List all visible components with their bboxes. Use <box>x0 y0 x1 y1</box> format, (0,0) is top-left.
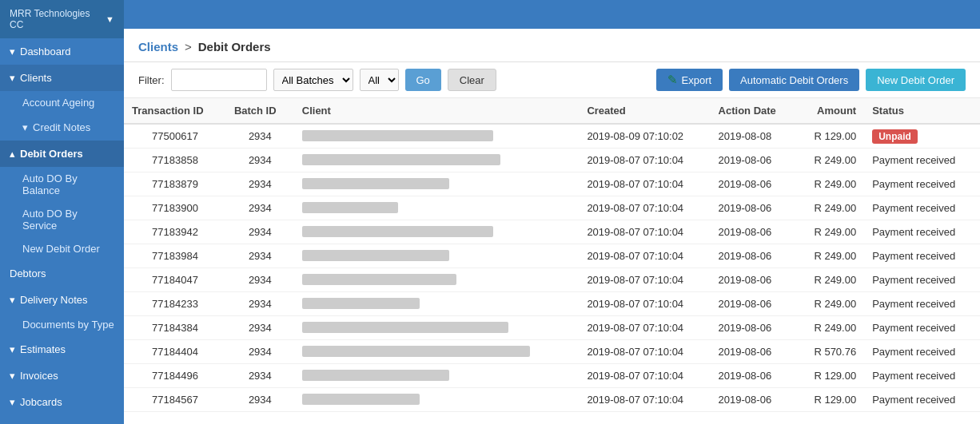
table-row[interactable]: 77184233 2934 ████████████████ 2019-08-0… <box>124 292 980 316</box>
status-badge-unpaid: Unpaid <box>872 129 918 144</box>
sidebar-item-jobcards[interactable]: ▾ Jobcards <box>0 389 124 415</box>
cell-transaction-id: 77184567 <box>124 388 226 412</box>
cell-status: Unpaid <box>864 124 980 149</box>
debit-orders-table: Transaction ID Batch ID Client Created A… <box>124 98 980 412</box>
cell-action-date: 2019-08-08 <box>711 124 797 149</box>
sidebar-item-invoices[interactable]: ▾ Invoices <box>0 363 124 389</box>
cell-transaction-id: 77184496 <box>124 364 226 388</box>
breadcrumb: Clients > Debit Orders <box>124 29 980 62</box>
cell-client: ████████████████ <box>294 388 580 412</box>
main-content: Clients > Debit Orders Filter: All Batch… <box>124 0 980 424</box>
sidebar: MRR Technologies CC ▼ ▾ Dashboard ▾ Clie… <box>0 0 124 424</box>
new-debit-order-label: New Debit Order <box>22 243 100 255</box>
cell-batch-id: 2934 <box>226 124 294 149</box>
cell-status: Payment received <box>864 364 980 388</box>
cell-amount: R 249.00 <box>796 172 864 196</box>
cell-client: ████████████████████ <box>294 244 580 268</box>
col-status: Status <box>864 98 980 124</box>
invoices-label: Invoices <box>20 370 58 382</box>
table-row[interactable]: 77184384 2934 ██████████████████████████… <box>124 316 980 340</box>
table-row[interactable]: 77184404 2934 ██████████████████████████… <box>124 340 980 364</box>
company-header[interactable]: MRR Technologies CC ▼ <box>0 0 124 38</box>
table-row[interactable]: 77183900 2934 ████████ 2019-08-07 07:10:… <box>124 196 980 220</box>
cell-transaction-id: 77184233 <box>124 292 226 316</box>
cell-batch-id: 2934 <box>226 220 294 244</box>
filter-bar: Filter: All Batches All Go Clear ✎ Expor… <box>124 62 980 98</box>
cell-client: ██████████████████████████ <box>294 124 580 149</box>
cell-action-date: 2019-08-06 <box>711 172 797 196</box>
cell-batch-id: 2934 <box>226 316 294 340</box>
jobcards-label: Jobcards <box>20 396 62 408</box>
cell-action-date: 2019-08-06 <box>711 364 797 388</box>
export-label: Export <box>682 74 712 86</box>
sidebar-item-dashboard[interactable]: ▾ Dashboard <box>0 38 124 65</box>
cell-action-date: 2019-08-06 <box>711 316 797 340</box>
cell-status: Payment received <box>864 292 980 316</box>
status-text: Payment received <box>872 346 955 358</box>
sidebar-item-documents-by-type[interactable]: Documents by Type <box>0 313 124 336</box>
cell-status: Payment received <box>864 196 980 220</box>
sidebar-item-clients[interactable]: ▾ Clients <box>0 65 124 91</box>
cell-amount: R 129.00 <box>796 388 864 412</box>
cell-batch-id: 2934 <box>226 172 294 196</box>
table-row[interactable]: 77184496 2934 ████████████████████ 2019-… <box>124 364 980 388</box>
sidebar-item-new-debit-order[interactable]: New Debit Order <box>0 237 124 260</box>
cell-created: 2019-08-07 07:10:04 <box>579 172 710 196</box>
table-row[interactable]: 77500617 2934 ██████████████████████████… <box>124 124 980 149</box>
table-row[interactable]: 77184047 2934 █████████████████████ 2019… <box>124 268 980 292</box>
table-row[interactable]: 77183879 2934 ████████████████████ 2019-… <box>124 172 980 196</box>
sidebar-item-credit-notes[interactable]: ▾ Credit Notes <box>0 114 124 141</box>
cell-client: ████████████████████ <box>294 364 580 388</box>
credit-notes-label: Credit Notes <box>33 121 90 133</box>
cell-action-date: 2019-08-06 <box>711 149 797 172</box>
cell-amount: R 570.76 <box>796 340 864 364</box>
table-row[interactable]: 77183984 2934 ████████████████████ 2019-… <box>124 244 980 268</box>
arrow-invoices-icon: ▾ <box>10 370 15 382</box>
col-client: Client <box>294 98 580 124</box>
sidebar-item-account-ageing[interactable]: Account Ageing <box>0 91 124 114</box>
sidebar-item-delivery-notes[interactable]: ▾ Delivery Notes <box>0 287 124 313</box>
automatic-debit-orders-button[interactable]: Automatic Debit Orders <box>729 69 859 91</box>
filter-input[interactable] <box>171 69 267 91</box>
breadcrumb-clients[interactable]: Clients <box>138 40 178 53</box>
table-container: Transaction ID Batch ID Client Created A… <box>124 98 980 415</box>
company-dropdown-icon[interactable]: ▼ <box>106 14 114 24</box>
sidebar-item-auto-do-service[interactable]: Auto DO By Service <box>0 202 124 237</box>
table-row[interactable]: 77184567 2934 ████████████████ 2019-08-0… <box>124 388 980 412</box>
account-ageing-label: Account Ageing <box>22 97 94 109</box>
clear-button[interactable]: Clear <box>448 69 496 91</box>
cell-transaction-id: 77183984 <box>124 244 226 268</box>
auto-do-balance-label: Auto DO By Balance <box>22 172 78 196</box>
cell-action-date: 2019-08-06 <box>711 340 797 364</box>
cell-batch-id: 2934 <box>226 292 294 316</box>
cell-amount: R 249.00 <box>796 196 864 220</box>
arrow-estimates-icon: ▾ <box>10 343 15 355</box>
cell-amount: R 249.00 <box>796 149 864 172</box>
new-debit-order-button[interactable]: New Debit Order <box>866 69 966 91</box>
sidebar-item-auto-do-balance[interactable]: Auto DO By Balance <box>0 167 124 202</box>
sidebar-item-estimates[interactable]: ▾ Estimates <box>0 336 124 363</box>
table-row[interactable]: 77183858 2934 ██████████████████████████… <box>124 149 980 172</box>
col-created: Created <box>579 98 710 124</box>
sidebar-dashboard-label: Dashboard <box>20 46 71 57</box>
auto-do-service-label: Auto DO By Service <box>22 208 78 232</box>
cell-action-date: 2019-08-06 <box>711 220 797 244</box>
cell-transaction-id: 77183900 <box>124 196 226 220</box>
sidebar-item-debtors[interactable]: Debtors <box>0 260 124 287</box>
arrow-up-icon: ▾ <box>10 72 15 84</box>
cell-status: Payment received <box>864 244 980 268</box>
sidebar-item-payments[interactable]: ▾ Payments <box>0 415 124 424</box>
cell-batch-id: 2934 <box>226 196 294 220</box>
cell-created: 2019-08-07 07:10:04 <box>579 292 710 316</box>
cell-client: ███████████████████████████ <box>294 149 580 172</box>
go-button[interactable]: Go <box>405 69 441 91</box>
breadcrumb-separator: > <box>185 40 192 53</box>
status-select[interactable]: All <box>360 69 399 91</box>
batch-select[interactable]: All Batches <box>273 69 353 91</box>
status-text: Payment received <box>872 298 955 310</box>
export-button[interactable]: ✎ Export <box>656 69 723 91</box>
sidebar-item-debit-orders[interactable]: ▴ Debit Orders <box>0 141 124 167</box>
arrow-down-delivery-icon: ▾ <box>10 294 15 306</box>
table-row[interactable]: 77183942 2934 ██████████████████████████… <box>124 220 980 244</box>
delivery-notes-label: Delivery Notes <box>20 294 88 306</box>
